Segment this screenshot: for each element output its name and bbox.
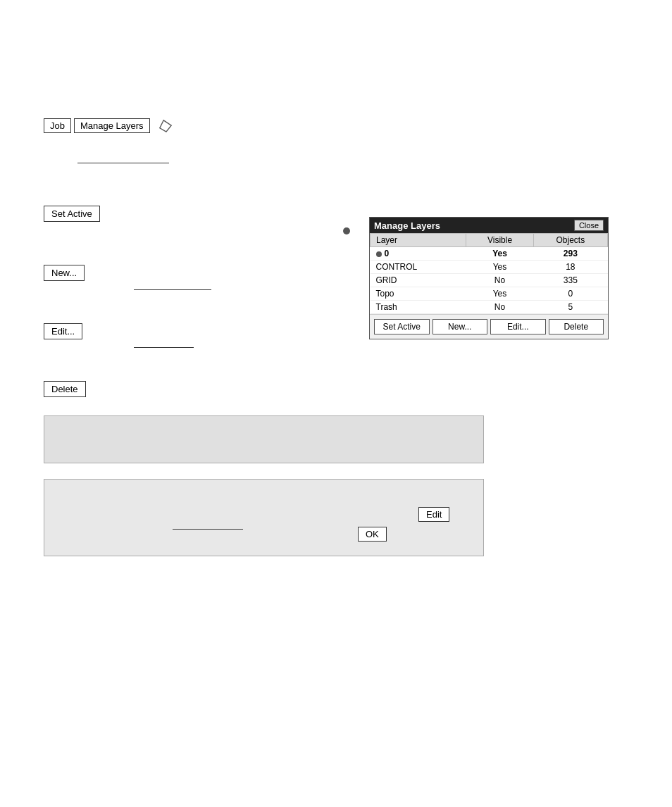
manage-layers-button[interactable]: Manage Layers xyxy=(74,118,150,133)
cell-visible: Yes xyxy=(466,247,533,261)
cell-visible: Yes xyxy=(466,287,533,301)
cell-layer: GRID xyxy=(371,274,466,287)
dialog-title: Manage Layers xyxy=(374,220,440,231)
cell-objects: 335 xyxy=(533,274,607,287)
layers-table: Layer Visible Objects 0Yes293CONTROLYes1… xyxy=(370,233,608,314)
ok-button[interactable]: OK xyxy=(358,527,387,542)
cell-objects: 5 xyxy=(533,301,607,314)
cell-layer: Topo xyxy=(371,287,466,301)
table-row[interactable]: TrashNo5 xyxy=(371,301,608,314)
table-row[interactable]: TopoYes0 xyxy=(371,287,608,301)
table-row[interactable]: 0Yes293 xyxy=(371,247,608,261)
cell-layer: CONTROL xyxy=(371,261,466,274)
underline-label xyxy=(77,154,169,163)
cell-objects: 293 xyxy=(533,247,607,261)
col-layer: Layer xyxy=(371,234,466,247)
dialog-footer: Set Active New... Edit... Delete xyxy=(370,314,608,339)
svg-marker-0 xyxy=(159,120,170,131)
cell-layer: Trash xyxy=(371,301,466,314)
delete-button[interactable]: Delete xyxy=(44,381,86,397)
dialog-set-active-button[interactable]: Set Active xyxy=(374,319,430,334)
cell-objects: 18 xyxy=(533,261,607,274)
dialog-titlebar: Manage Layers Close xyxy=(370,218,608,233)
table-header-row: Layer Visible Objects xyxy=(371,234,608,247)
edit-panel-button[interactable]: Edit xyxy=(418,507,449,522)
cell-objects: 0 xyxy=(533,287,607,301)
dialog-table-container: Layer Visible Objects 0Yes293CONTROLYes1… xyxy=(370,233,608,314)
table-row[interactable]: GRIDNo335 xyxy=(371,274,608,287)
breadcrumb-toolbar: Job Manage Layers xyxy=(44,118,173,133)
dialog-delete-button[interactable]: Delete xyxy=(549,319,604,334)
job-button[interactable]: Job xyxy=(44,118,71,133)
col-visible: Visible xyxy=(466,234,533,247)
new-underline xyxy=(134,280,211,290)
dialog-edit-button[interactable]: Edit... xyxy=(490,319,546,334)
edit-underline xyxy=(134,338,194,348)
table-row[interactable]: CONTROLYes18 xyxy=(371,261,608,274)
info-panel-top xyxy=(44,415,484,463)
edit-button[interactable]: Edit... xyxy=(44,323,82,339)
cell-visible: No xyxy=(466,301,533,314)
set-active-button[interactable]: Set Active xyxy=(44,206,100,222)
col-objects: Objects xyxy=(533,234,607,247)
manage-layers-dialog: Manage Layers Close Layer Visible Object… xyxy=(369,217,609,339)
new-button[interactable]: New... xyxy=(44,265,85,281)
active-indicator xyxy=(343,227,350,234)
bottom-underline xyxy=(173,520,243,530)
cell-visible: No xyxy=(466,274,533,287)
cell-layer: 0 xyxy=(371,247,466,261)
triangle-icon xyxy=(158,119,173,133)
cell-visible: Yes xyxy=(466,261,533,274)
dialog-close-button[interactable]: Close xyxy=(574,220,604,231)
dialog-new-button[interactable]: New... xyxy=(433,319,488,334)
